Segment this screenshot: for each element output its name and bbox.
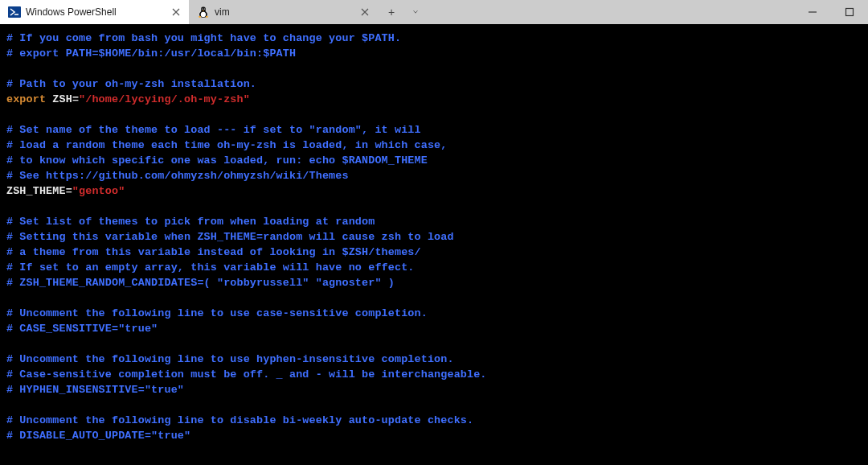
svg-point-6 bbox=[204, 9, 205, 10]
code-line: # CASE_SENSITIVE="true" bbox=[6, 321, 862, 336]
code-line: # Uncomment the following line to use hy… bbox=[6, 352, 862, 367]
svg-point-2 bbox=[201, 12, 206, 17]
code-line: # Set list of themes to pick from when l… bbox=[6, 214, 862, 229]
tab-label: vim bbox=[215, 6, 354, 18]
code-line: # HYPHEN_INSENSITIVE="true" bbox=[6, 382, 862, 397]
code-line: # If set to an empty array, this variabl… bbox=[6, 260, 862, 275]
code-line: # If you come from bash you might have t… bbox=[6, 31, 862, 46]
code-line bbox=[6, 61, 862, 76]
code-line: # Case-sensitive completion must be off.… bbox=[6, 367, 862, 382]
code-line: # See https://github.com/ohmyzsh/ohmyzsh… bbox=[6, 168, 862, 183]
code-line: # ZSH_THEME_RANDOM_CANDIDATES=( "robbyru… bbox=[6, 275, 862, 290]
code-line bbox=[6, 290, 862, 306]
code-line: # Uncomment the following line to use ca… bbox=[6, 306, 862, 321]
terminal-editor[interactable]: # If you come from bash you might have t… bbox=[0, 24, 868, 450]
new-tab-button[interactable]: + bbox=[383, 3, 400, 21]
code-line: # Path to your oh-my-zsh installation. bbox=[6, 76, 862, 92]
svg-rect-7 bbox=[846, 9, 854, 16]
code-line: # to know which specific one was loaded,… bbox=[6, 153, 862, 168]
code-line bbox=[6, 336, 862, 352]
svg-point-5 bbox=[202, 9, 203, 10]
code-line: # DISABLE_AUTO_UPDATE="true" bbox=[6, 428, 862, 443]
code-line: # Uncomment the following line to disabl… bbox=[6, 413, 862, 428]
maximize-button[interactable] bbox=[831, 0, 868, 24]
code-line: # a theme from this variable instead of … bbox=[6, 245, 862, 260]
code-line bbox=[6, 199, 862, 214]
code-line bbox=[6, 397, 862, 413]
code-line: # Setting this variable when ZSH_THEME=r… bbox=[6, 229, 862, 245]
code-line: # export PATH=$HOME/bin:/usr/local/bin:$… bbox=[6, 46, 862, 61]
tab-dropdown-button[interactable] bbox=[407, 3, 424, 21]
tux-icon bbox=[197, 6, 210, 19]
code-line bbox=[6, 107, 862, 122]
minimize-button[interactable] bbox=[794, 0, 831, 24]
code-line: # load a random theme each time oh-my-zs… bbox=[6, 138, 862, 153]
powershell-icon bbox=[8, 6, 21, 19]
window-controls bbox=[794, 0, 868, 24]
close-icon[interactable] bbox=[170, 6, 182, 19]
titlebar: Windows PowerShell vim bbox=[0, 0, 868, 24]
code-line: # Set name of the theme to load --- if s… bbox=[6, 122, 862, 138]
code-line: ZSH_THEME="gentoo" bbox=[6, 183, 862, 199]
tab-powershell[interactable]: Windows PowerShell bbox=[0, 0, 189, 24]
tab-vim[interactable]: vim bbox=[189, 0, 378, 24]
code-line: export ZSH="/home/lycying/.oh-my-zsh" bbox=[6, 92, 862, 107]
tabbar-controls: + bbox=[378, 0, 429, 24]
close-icon[interactable] bbox=[358, 6, 371, 19]
tab-label: Windows PowerShell bbox=[26, 6, 165, 18]
